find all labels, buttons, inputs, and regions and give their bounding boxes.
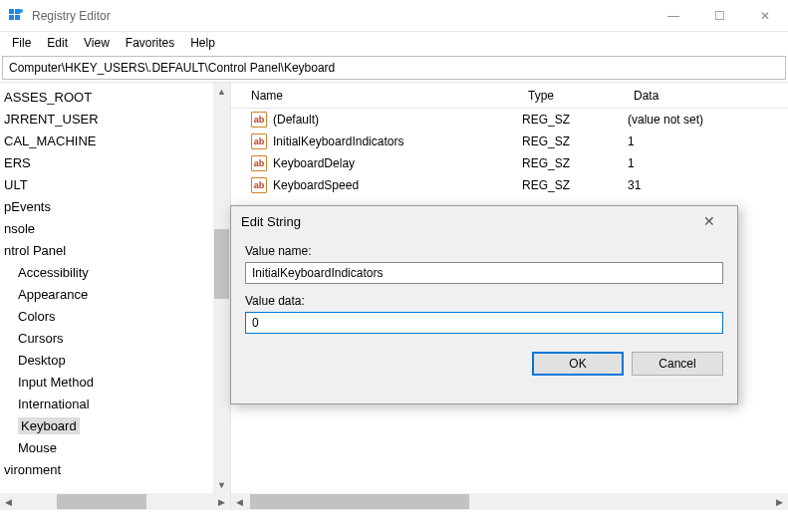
tree-item[interactable]: ntrol Panel <box>0 240 230 262</box>
scroll-thumb[interactable] <box>250 494 469 509</box>
tree-item[interactable]: pEvents <box>0 196 230 218</box>
scroll-thumb[interactable] <box>214 229 229 299</box>
tree-pane: ASSES_ROOTJRRENT_USERCAL_MACHINEERSULTpE… <box>0 83 231 510</box>
scroll-track[interactable] <box>17 493 213 510</box>
tree-item-label: nsole <box>4 221 35 236</box>
tree-item-label: Colors <box>18 309 56 324</box>
close-button[interactable]: ✕ <box>742 0 788 31</box>
value-name-label: Value name: <box>245 244 723 258</box>
value-name-field[interactable] <box>245 262 723 284</box>
tree-item-label: International <box>18 397 90 411</box>
list-header: Name Type Data <box>231 83 788 109</box>
tree-item-label: Input Method <box>18 375 94 390</box>
scroll-track[interactable] <box>213 100 230 476</box>
tree-item-label: JRRENT_USER <box>4 112 99 127</box>
menu-favorites[interactable]: Favorites <box>118 34 182 52</box>
window-controls: — ☐ ✕ <box>651 0 788 31</box>
tree-item[interactable]: International <box>0 394 230 415</box>
tree-item-label: pEvents <box>4 199 51 214</box>
scroll-down-icon[interactable]: ▼ <box>213 476 230 493</box>
app-icon <box>8 8 24 24</box>
tree-list[interactable]: ASSES_ROOTJRRENT_USERCAL_MACHINEERSULTpE… <box>0 83 230 485</box>
scroll-left-icon[interactable]: ◀ <box>231 493 248 510</box>
value-type: REG_SZ <box>522 156 628 170</box>
value-name: (Default) <box>273 113 319 127</box>
string-value-icon: ab <box>251 155 267 171</box>
tree-item-label: ERS <box>4 155 31 170</box>
tree-item[interactable]: CAL_MACHINE <box>0 131 230 152</box>
tree-item[interactable]: Accessibility <box>0 262 230 284</box>
dialog-title: Edit String <box>241 214 301 229</box>
tree-item[interactable]: Colors <box>0 306 230 328</box>
list-row[interactable]: abInitialKeyboardIndicatorsREG_SZ1 <box>251 131 788 152</box>
scroll-left-icon[interactable]: ◀ <box>0 493 17 510</box>
edit-string-dialog: Edit String ✕ Value name: Value data: OK… <box>230 205 738 404</box>
string-value-icon: ab <box>251 177 267 193</box>
scroll-track[interactable] <box>248 493 771 510</box>
string-value-icon: ab <box>251 133 267 149</box>
maximize-button[interactable]: ☐ <box>696 0 742 31</box>
tree-item[interactable]: Appearance <box>0 284 230 306</box>
value-data-label: Value data: <box>245 294 723 308</box>
value-data: (value not set) <box>628 113 788 127</box>
tree-item-label: Accessibility <box>18 265 89 280</box>
tree-item-label: ntrol Panel <box>4 243 66 258</box>
tree-item[interactable]: Input Method <box>0 372 230 394</box>
dialog-close-button[interactable]: ✕ <box>691 213 727 229</box>
list-rows[interactable]: ab(Default)REG_SZ(value not set)abInitia… <box>231 109 788 196</box>
list-hscrollbar[interactable]: ◀ ▶ <box>231 493 788 510</box>
tree-item-label: ULT <box>4 177 28 192</box>
scroll-thumb[interactable] <box>57 494 146 509</box>
titlebar: Registry Editor — ☐ ✕ <box>0 0 788 32</box>
tree-item[interactable]: ULT <box>0 174 230 196</box>
tree-item[interactable]: Mouse <box>0 437 230 459</box>
scroll-right-icon[interactable]: ▶ <box>213 493 230 510</box>
address-bar[interactable]: Computer\HKEY_USERS\.DEFAULT\Control Pan… <box>2 56 786 80</box>
tree-item[interactable]: ERS <box>0 152 230 174</box>
value-type: REG_SZ <box>522 134 628 148</box>
scroll-right-icon[interactable]: ▶ <box>771 493 788 510</box>
svg-rect-2 <box>9 15 14 20</box>
column-header-name[interactable]: Name <box>251 89 528 103</box>
menu-view[interactable]: View <box>76 34 118 52</box>
column-header-type[interactable]: Type <box>528 89 634 103</box>
value-data-field[interactable] <box>245 312 723 334</box>
tree-item[interactable]: nsole <box>0 218 230 240</box>
value-name: KeyboardDelay <box>273 156 355 170</box>
list-row[interactable]: ab(Default)REG_SZ(value not set) <box>251 109 788 131</box>
list-row[interactable]: abKeyboardSpeedREG_SZ31 <box>251 174 788 196</box>
tree-item[interactable]: Desktop <box>0 350 230 372</box>
value-data: 1 <box>628 134 788 148</box>
menu-file[interactable]: File <box>4 34 39 52</box>
menu-edit[interactable]: Edit <box>39 34 76 52</box>
tree-vscrollbar[interactable]: ▲ ▼ <box>213 83 230 493</box>
value-data: 31 <box>628 178 788 192</box>
tree-item[interactable]: ASSES_ROOT <box>0 87 230 109</box>
tree-item-label: Desktop <box>18 353 66 368</box>
tree-hscrollbar[interactable]: ◀ ▶ <box>0 493 230 510</box>
menubar: File Edit View Favorites Help <box>0 32 788 54</box>
svg-rect-3 <box>15 15 20 20</box>
tree-item-label: vironment <box>4 462 61 477</box>
value-data: 1 <box>628 156 788 170</box>
scroll-up-icon[interactable]: ▲ <box>213 83 230 100</box>
tree-item-label: Mouse <box>18 440 57 455</box>
value-name: InitialKeyboardIndicators <box>273 134 403 148</box>
window-title: Registry Editor <box>32 9 651 23</box>
column-header-data[interactable]: Data <box>634 89 788 103</box>
tree-item[interactable]: Keyboard <box>0 415 230 437</box>
list-row[interactable]: abKeyboardDelayREG_SZ1 <box>251 152 788 174</box>
tree-item[interactable]: Cursors <box>0 328 230 350</box>
dialog-titlebar: Edit String ✕ <box>231 206 737 236</box>
minimize-button[interactable]: — <box>651 0 696 31</box>
svg-rect-0 <box>9 9 14 14</box>
value-type: REG_SZ <box>522 178 628 192</box>
tree-item[interactable]: vironment <box>0 459 230 481</box>
address-text: Computer\HKEY_USERS\.DEFAULT\Control Pan… <box>9 61 335 75</box>
tree-item-label: CAL_MACHINE <box>4 133 96 148</box>
cancel-button[interactable]: Cancel <box>632 352 723 376</box>
value-name: KeyboardSpeed <box>273 178 359 192</box>
menu-help[interactable]: Help <box>182 34 223 52</box>
tree-item[interactable]: JRRENT_USER <box>0 109 230 131</box>
ok-button[interactable]: OK <box>532 352 624 376</box>
